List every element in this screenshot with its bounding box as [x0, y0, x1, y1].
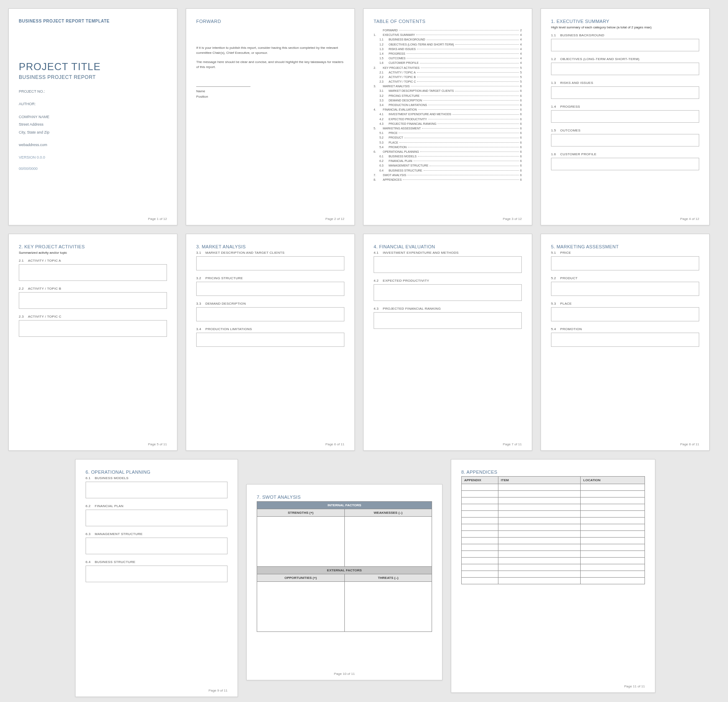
- toc-label: ACTIVITY / TOPIC C: [389, 79, 416, 84]
- page-footer: Page 10 of 11: [247, 672, 442, 676]
- toc-label: PRODUCTION LIMITATIONS: [389, 103, 427, 107]
- subsection: 3.4PRODUCTION LIMITATIONS: [196, 327, 344, 347]
- title-block: PROJECT TITLE BUSINESS PROJECT REPORT: [19, 61, 167, 80]
- toc-entry: 2.KEY PROJECT ACTIVITIES5: [374, 66, 522, 70]
- toc-label: FINANCIAL EVALUATION: [383, 107, 417, 112]
- document-thumbnails: BUSINESS PROJECT REPORT TEMPLATE PROJECT…: [8, 8, 720, 697]
- toc-page: 6: [520, 177, 522, 182]
- toc-label: ACTIVITY / TOPIC B: [389, 75, 416, 79]
- toc-dots: [399, 30, 519, 30]
- subsection: 1.3RISKS AND ISSUES: [551, 81, 699, 99]
- subsection-label: 6.2FINANCIAL PLAN: [86, 504, 228, 508]
- input-field-box: [196, 333, 344, 347]
- toc-dots: [428, 105, 519, 105]
- toc-entry: 5.2PRODUCT6: [374, 135, 522, 140]
- toc-num: 1.5: [379, 56, 389, 61]
- toc-dots: [418, 109, 519, 110]
- toc-num: 3.2: [379, 93, 389, 98]
- input-field-box: [551, 307, 699, 321]
- subsection: 3.1MARKET DESCRIPTION AND TARGET CLIENTS: [196, 251, 344, 270]
- toc-dots: [420, 63, 519, 63]
- page-1: BUSINESS PROJECT REPORT TEMPLATE PROJECT…: [8, 8, 177, 225]
- toc-page: 4: [520, 42, 522, 47]
- toc-num: 3.: [374, 84, 383, 88]
- toc-entry: 3.1MARKET DESCRIPTION AND TARGET CLIENTS…: [374, 88, 522, 93]
- subsection-label: 1.1BUSINESS BACKGROUND: [551, 33, 699, 37]
- toc-label: PLACE: [389, 140, 398, 145]
- toc-label: MARKET DESCRIPTION AND TARGET CLIENTS: [389, 88, 454, 93]
- toc-page: 6: [520, 140, 522, 145]
- toc-dots: [399, 142, 519, 143]
- toc-num: 8.: [374, 177, 383, 182]
- toc-entry: 2.3ACTIVITY / TOPIC C5: [374, 79, 522, 84]
- toc-entry: 3.3DEMAND DESCRIPTION6: [374, 98, 522, 103]
- toc-num: 2.2: [379, 75, 389, 79]
- position-label: Position: [196, 95, 344, 98]
- item-col-header: ITEM: [498, 477, 581, 484]
- toc-entry: 3.4PRODUCTION LIMITATIONS6: [374, 103, 522, 107]
- page-footer: Page 2 of 12: [326, 217, 344, 221]
- forward-heading: FORWARD: [196, 19, 344, 24]
- table-row: [462, 551, 645, 558]
- subsection: 2.2ACTIVITY / TOPIC B: [19, 287, 167, 309]
- toc-num: 4.2: [379, 117, 389, 121]
- section-title: 2. KEY PROJECT ACTIVITIES: [19, 244, 167, 249]
- toc-num: 5.4: [379, 145, 389, 149]
- toc-num: 4.: [374, 107, 383, 112]
- section-note: High level summary of each category belo…: [551, 25, 699, 29]
- toc-num: 1.: [374, 33, 383, 37]
- toc-dots: [417, 77, 519, 77]
- toc-label: EXECUTIVE SUMMARY: [383, 33, 415, 37]
- toc-entry: FORWARD2: [374, 28, 522, 33]
- subsection-list: 4.1INVESTMENT EXPENDITURE AND METHODS4.2…: [374, 251, 522, 335]
- toc-entry: 5.MARKETING ASSESSMENT6: [374, 126, 522, 131]
- table-row: [462, 558, 645, 564]
- date: 00/00/0000: [19, 166, 167, 172]
- toc-label: FINANCIAL PLAN: [389, 159, 412, 163]
- table-row: [462, 564, 645, 571]
- toc-dots: [455, 44, 519, 45]
- subsection: 5.3PLACE: [551, 302, 699, 321]
- toc-label: BUSINESS BACKGROUND: [389, 37, 425, 42]
- toc-dots: [421, 68, 519, 68]
- toc-num: 6.2: [379, 159, 389, 163]
- subsection: 1.1BUSINESS BACKGROUND: [551, 33, 699, 51]
- input-field-box: [551, 134, 699, 146]
- toc-entry: 3.2PRICING STRUCTURE6: [374, 93, 522, 98]
- toc-label: MARKETING ASSESSMENT: [383, 126, 421, 131]
- toc-page: 6: [520, 168, 522, 173]
- toc-page: 6: [520, 154, 522, 159]
- subsection-label: 1.6CUSTOMER PROFILE: [551, 152, 699, 156]
- toc-dots: [411, 86, 519, 86]
- forward-para-1: If it is your intention to publish this …: [196, 45, 344, 56]
- signature-line: [196, 86, 250, 87]
- toc-dots: [399, 133, 519, 133]
- toc-dots: [414, 161, 519, 161]
- subsection-label: 3.4PRODUCTION LIMITATIONS: [196, 327, 344, 331]
- subsection: 6.2FINANCIAL PLAN: [86, 504, 228, 526]
- subsection-list: 1.1BUSINESS BACKGROUND1.2OBJECTIVES (LON…: [551, 33, 699, 176]
- toc-num: 1.6: [379, 61, 389, 65]
- subsection: 4.3PROJECTED FINANCIAL RANKING: [374, 307, 522, 329]
- toc-page: 5: [520, 70, 522, 75]
- input-field-box: [86, 566, 228, 582]
- toc-page: 4: [520, 56, 522, 61]
- toc-entry: 1.3RISKS AND ISSUES4: [374, 47, 522, 51]
- toc-entry: 1.5OUTCOMES4: [374, 56, 522, 61]
- project-no-label: PROJECT NO.:: [19, 88, 167, 94]
- input-field-box: [196, 282, 344, 296]
- toc-dots: [407, 175, 519, 175]
- page-footer: Page 6 of 11: [326, 442, 344, 446]
- toc-page: 6: [520, 103, 522, 107]
- subsection: 3.2PRICING STRUCTURE: [196, 276, 344, 296]
- toc-label: BUSINESS STRUCTURE: [389, 168, 422, 173]
- section-note: Summarized activity and/or topic: [19, 251, 167, 255]
- subsection: 1.5OUTCOMES: [551, 129, 699, 146]
- subsection-label: 1.5OUTCOMES: [551, 129, 699, 132]
- input-field-box: [551, 63, 699, 75]
- page-10: 7. SWOT ANALYSIS INTERNAL FACTORS STRENG…: [246, 484, 442, 680]
- section-title: 4. FINANCIAL EVALUATION: [374, 244, 522, 249]
- input-field-box: [19, 264, 167, 281]
- page-5: 2. KEY PROJECT ACTIVITIES Summarized act…: [8, 234, 177, 451]
- toc-num: 7.: [374, 173, 383, 177]
